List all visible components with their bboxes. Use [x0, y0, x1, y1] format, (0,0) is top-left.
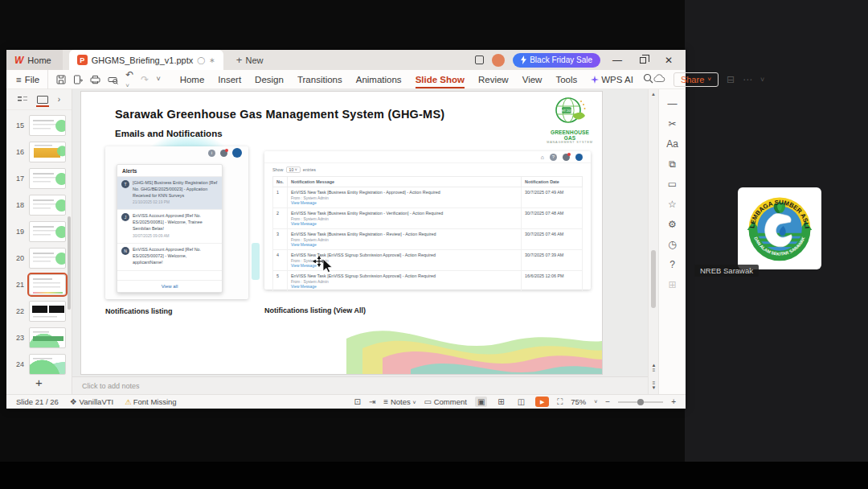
comment-button[interactable]: ▭ Comment [424, 397, 466, 406]
slide-thumbnail[interactable] [29, 248, 66, 269]
jump-slide-icon[interactable]: ⇥ [369, 397, 375, 406]
tab-home[interactable]: W Home [6, 50, 63, 70]
zoom-out-button[interactable]: − [605, 397, 610, 406]
help-icon[interactable]: ? [669, 260, 675, 269]
slide-title[interactable]: Sarawak Greenhouse Gas Management System… [115, 108, 444, 121]
slide-scrollbar[interactable]: ▲ ▲≡ ≡▼ [648, 89, 658, 394]
scrollbar-thumb[interactable] [651, 250, 656, 308]
search-icon[interactable] [643, 73, 653, 85]
print-preview-icon[interactable] [108, 75, 118, 84]
slide[interactable]: Sarawak Greenhouse Gas Management System… [80, 91, 603, 375]
slide-view-icon[interactable] [37, 96, 48, 104]
theme-item[interactable]: ❖ VanillaVTI [70, 397, 113, 406]
caption-left[interactable]: Notifications listing [105, 307, 173, 315]
task-pane-icon[interactable]: ⊟ [727, 74, 735, 85]
selection-pane-icon[interactable]: ⊡ [354, 397, 361, 406]
slide-thumbnail[interactable] [29, 327, 66, 348]
normal-view-icon[interactable]: ▣ [475, 397, 487, 407]
slide-thumbnail[interactable] [29, 301, 66, 322]
slide-thumbnail[interactable] [29, 221, 66, 242]
close-button[interactable]: ✕ [660, 55, 678, 66]
ribbon-tab[interactable]: Design [255, 75, 284, 84]
undo-icon[interactable]: ↶ ˅ [125, 70, 133, 89]
account-avatar[interactable] [492, 54, 505, 67]
zoom-chevron-icon[interactable]: ˅ [594, 399, 597, 405]
status-bar: Slide 21 / 26 ❖ VanillaVTI ⚠ Font Missin… [6, 394, 686, 409]
black-friday-sale-button[interactable]: Black Friday Sale [513, 53, 600, 68]
slide-thumbnail[interactable] [29, 115, 66, 136]
restore-button[interactable] [634, 55, 652, 66]
ribbon-tab[interactable]: Review [478, 75, 509, 84]
print-icon[interactable] [90, 75, 100, 84]
slide-sorter-icon[interactable]: ⊞ [495, 397, 506, 407]
toolbar-more-icon[interactable]: ˅ [156, 76, 160, 83]
reading-view-icon[interactable]: ◫ [515, 397, 527, 407]
tab-sync-icon[interactable]: ◯ [197, 56, 205, 64]
previous-slide-button[interactable]: ▲≡ [650, 363, 657, 373]
next-slide-button[interactable]: ≡▼ [650, 380, 657, 391]
minimize-button[interactable]: — [608, 55, 626, 66]
slide-thumbnail[interactable] [29, 168, 66, 189]
collapse-icon[interactable]: — [668, 99, 678, 109]
slide-thumbnail-row[interactable]: 24 [6, 354, 66, 375]
zoom-level[interactable]: 75% [571, 397, 586, 406]
history-icon[interactable]: ◷ [668, 240, 676, 249]
theme-icon[interactable]: Aa [666, 139, 678, 149]
add-slide-button[interactable]: + [35, 376, 43, 389]
participant-video-tile[interactable]: LEMBAGA SUMBER ASLI DAN ALAM SEKITAR SAR… [738, 187, 821, 269]
fit-slide-icon[interactable]: ⛶ [557, 397, 563, 407]
notes-area[interactable]: Click to add notes [72, 376, 648, 394]
slide-thumbnail-row[interactable]: 22 [6, 301, 66, 322]
slide-thumbnail-row[interactable]: 16 [6, 142, 66, 162]
tools-icon[interactable]: ✂ [668, 119, 676, 129]
settings-icon[interactable]: ⚙ [668, 220, 677, 229]
slide-subtitle[interactable]: Emails and Notifications [115, 129, 223, 138]
expand-panel-icon[interactable]: › [58, 95, 60, 104]
slide-thumbnail-row[interactable]: 19 [6, 221, 66, 242]
font-warning-item[interactable]: ⚠ Font Missing [125, 397, 176, 406]
apps-icon[interactable]: ⊞ [668, 280, 676, 290]
zoom-in-button[interactable]: + [671, 397, 676, 406]
slide-thumbnail-row[interactable]: 18 [6, 195, 66, 216]
window-switch-icon[interactable] [475, 55, 484, 64]
share-button[interactable]: Share ˅ [674, 72, 719, 87]
ribbon-tab[interactable]: Animations [356, 75, 402, 84]
slide-thumbnail[interactable] [29, 142, 66, 162]
slide-thumbnail[interactable] [29, 195, 66, 216]
ribbon-tab[interactable]: Transitions [297, 75, 342, 84]
outline-view-icon[interactable] [18, 96, 27, 104]
collapse-ribbon-icon[interactable]: ˅ [760, 76, 764, 84]
file-menu-button[interactable]: ≡ File [6, 75, 47, 84]
ribbon-tab[interactable]: Home [180, 75, 205, 84]
save-icon[interactable] [56, 75, 66, 84]
slide-thumbnail-row[interactable]: 21 [6, 274, 66, 295]
notes-toggle[interactable]: ≡ Notes ˅ [383, 397, 416, 406]
redo-icon[interactable]: ↷ [141, 75, 149, 84]
help-icon: ? [550, 154, 557, 161]
slide-thumbnail-row[interactable]: 23 [6, 327, 66, 348]
new-tab-button[interactable]: + New [236, 54, 264, 66]
slide-thumbnail[interactable] [29, 354, 66, 375]
ribbon-tab[interactable]: Tools [555, 75, 577, 84]
slide-thumbnail[interactable] [29, 274, 66, 295]
comment-icon[interactable]: ▭ [668, 179, 677, 189]
export-icon[interactable] [73, 75, 83, 84]
star-icon[interactable]: ☆ [668, 199, 677, 209]
scroll-up-icon[interactable]: ▲ [651, 92, 656, 97]
caption-right[interactable]: Notifications listing (View All) [264, 306, 366, 314]
slideshow-play-button[interactable]: ▶ [535, 397, 549, 407]
zoom-slider-handle[interactable] [637, 399, 644, 405]
more-options-icon[interactable]: ⋯ [743, 74, 752, 85]
slide-thumbnail-row[interactable]: 17 [6, 168, 66, 189]
ribbon-tab[interactable]: Slide Show [416, 75, 465, 84]
cloud-sync-icon[interactable] [653, 74, 665, 84]
thumbnail-scrollbar[interactable] [68, 216, 71, 310]
slide-thumbnail-row[interactable]: 20 [6, 248, 66, 269]
tab-document[interactable]: P GHGMS_Briefing_v1.pptx ◯ ∗ [69, 50, 223, 70]
ribbon-tab[interactable]: WPS AI [591, 75, 633, 84]
ribbon-tab[interactable]: Insert [218, 75, 241, 84]
slide-thumbnail-row[interactable]: 15 [6, 115, 66, 136]
shapes-icon[interactable]: ⧉ [669, 159, 676, 169]
ribbon-tab[interactable]: View [522, 75, 542, 84]
zoom-slider[interactable] [618, 401, 663, 403]
